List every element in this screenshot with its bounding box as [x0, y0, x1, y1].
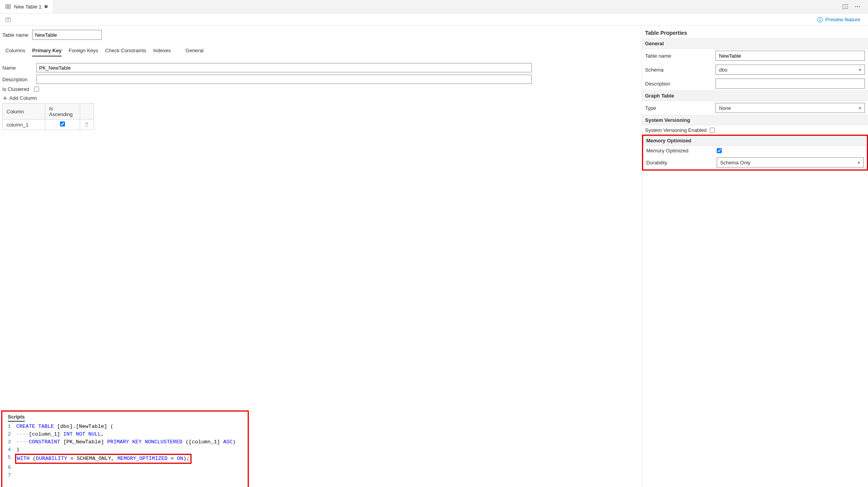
- properties-pane: Table Properties General Table name Sche…: [642, 26, 868, 487]
- pk-description-input[interactable]: [36, 75, 532, 84]
- prop-memory-opt-label: Memory Optimized: [646, 148, 714, 154]
- pk-description-label: Description: [2, 77, 36, 82]
- section-versioning: System Versioning: [642, 115, 868, 125]
- prop-graph-type-value: None: [719, 105, 731, 111]
- svg-point-7: [855, 6, 856, 7]
- col-header-column: Column: [3, 104, 45, 120]
- table-designer: Table name Columns Primary Key Foreign K…: [0, 26, 642, 410]
- pk-clustered-label: Is Clustered: [2, 86, 36, 92]
- svg-point-12: [820, 18, 820, 19]
- memory-optimized-section: Memory Optimized Memory Optimized Durabi…: [642, 135, 868, 171]
- pk-name-label: Name: [2, 65, 36, 71]
- editor-tab[interactable]: New Table 1: [0, 0, 53, 13]
- col-header-actions: [80, 104, 94, 120]
- prop-versioning-enabled-checkbox[interactable]: [710, 128, 715, 133]
- tab-check-constraints[interactable]: Check Constraints: [105, 45, 146, 56]
- publish-icon[interactable]: [5, 16, 12, 23]
- editor-tab-bar: New Table 1: [0, 0, 868, 14]
- preview-feature-label: Preview feature: [825, 17, 860, 22]
- pk-column-cell[interactable]: column_1: [3, 120, 45, 130]
- prop-schema-select[interactable]: dbo ▾: [716, 65, 865, 75]
- more-actions-icon[interactable]: [854, 3, 861, 10]
- scripts-panel: Scripts 1CREATE TABLE [dbo].[NewTable] (…: [1, 410, 249, 487]
- toolbar: Preview feature: [0, 14, 868, 26]
- designer-tabs: Columns Primary Key Foreign Keys Check C…: [2, 44, 639, 57]
- table-icon: [5, 4, 11, 9]
- plus-icon: [2, 96, 8, 101]
- pk-columns-table: Column Is Ascending column_1: [2, 103, 94, 130]
- scripts-title: Scripts: [8, 414, 25, 422]
- prop-versioning-enabled-label: System Versioning Enabled: [645, 127, 707, 133]
- trash-icon[interactable]: [84, 122, 90, 127]
- prop-graph-type-select[interactable]: None ▾: [716, 103, 865, 113]
- split-editor-icon[interactable]: [842, 3, 849, 10]
- prop-durability-label: Durability: [646, 160, 714, 166]
- tab-indexes[interactable]: Indexes: [153, 45, 171, 56]
- tab-general[interactable]: General: [186, 45, 204, 56]
- prop-table-name-input[interactable]: [716, 51, 865, 61]
- prop-schema-label: Schema: [645, 67, 712, 73]
- chevron-down-icon: ▾: [859, 67, 861, 73]
- tab-foreign-keys[interactable]: Foreign Keys: [68, 45, 98, 56]
- svg-point-9: [859, 6, 860, 7]
- prop-durability-value: Schema Only: [720, 160, 750, 166]
- prop-description-label: Description: [645, 81, 712, 87]
- add-column-label: Add Column: [9, 95, 37, 101]
- col-header-ascending: Is Ascending: [45, 104, 80, 120]
- pk-clustered-checkbox[interactable]: [34, 87, 39, 92]
- info-icon: [817, 17, 823, 23]
- tab-primary-key[interactable]: Primary Key: [32, 45, 62, 56]
- prop-table-name-label: Table name: [645, 53, 712, 59]
- pk-ascending-checkbox[interactable]: [60, 121, 65, 126]
- prop-schema-value: dbo: [719, 67, 728, 73]
- properties-title: Table Properties: [642, 26, 868, 38]
- svg-point-8: [857, 6, 858, 7]
- section-general: General: [642, 38, 868, 49]
- table-row[interactable]: column_1: [3, 120, 94, 130]
- tab-title: New Table 1: [14, 4, 41, 10]
- script-editor[interactable]: 1CREATE TABLE [dbo].[NewTable] (2····[co…: [2, 421, 248, 487]
- section-graph: Graph Table: [642, 91, 868, 101]
- section-memory: Memory Optimized: [643, 136, 867, 146]
- prop-description-input[interactable]: [716, 79, 865, 89]
- add-column-button[interactable]: Add Column: [2, 95, 639, 101]
- chevron-down-icon: ▾: [858, 160, 860, 166]
- table-name-label: Table name: [2, 32, 28, 38]
- svg-rect-0: [6, 5, 10, 9]
- prop-memory-opt-checkbox[interactable]: [717, 148, 722, 153]
- prop-durability-select[interactable]: Schema Only ▾: [717, 157, 864, 167]
- pk-name-input[interactable]: [36, 63, 532, 72]
- chevron-down-icon: ▾: [859, 105, 861, 111]
- svg-rect-13: [820, 19, 820, 21]
- table-name-input[interactable]: [32, 30, 102, 40]
- prop-graph-type-label: Type: [645, 105, 712, 111]
- unsaved-indicator-icon: [45, 5, 48, 8]
- tab-columns[interactable]: Columns: [5, 45, 25, 56]
